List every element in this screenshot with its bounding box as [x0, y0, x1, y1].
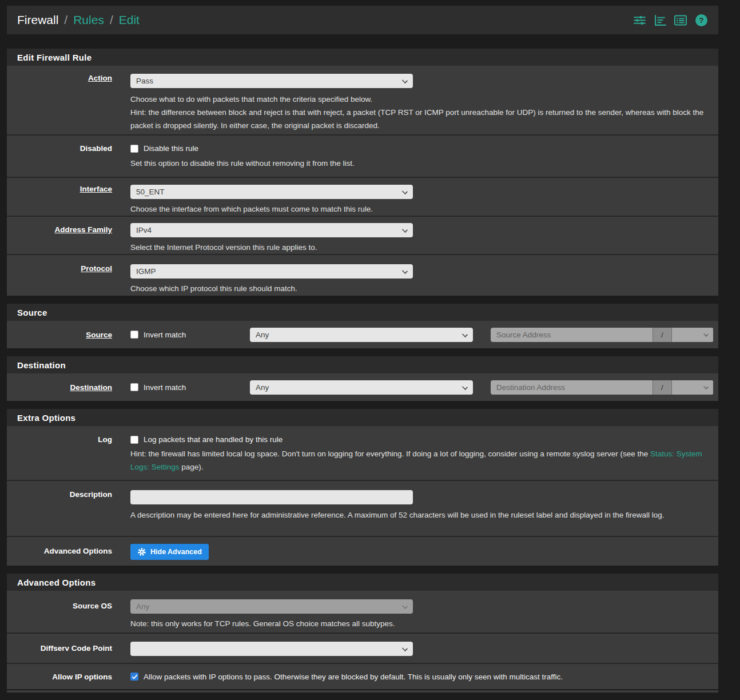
breadcrumb: Firewall / Rules / Edit: [17, 13, 140, 27]
disabled-row: Disabled Disable this rule Set this opti…: [7, 134, 718, 177]
breadcrumb-separator: /: [64, 13, 67, 27]
destination-row: Destination Invert match Any /: [7, 373, 718, 401]
panel-source: Source Source Invert match Any /: [7, 304, 718, 348]
panel-edit-firewall-rule: Edit Firewall Rule Action Pass Choose wh…: [7, 49, 718, 296]
chevron-down-icon: [402, 189, 408, 194]
panel-extra-options: Extra Options Log Log packets that are h…: [7, 409, 718, 566]
protocol-label: Protocol: [81, 264, 112, 273]
interface-help: Choose the interface from which packets …: [130, 202, 709, 216]
source-label: Source: [86, 331, 112, 339]
advanced-options-row: Advanced Options Hide Advanced: [7, 536, 718, 566]
sliders-icon[interactable]: [632, 13, 646, 27]
panel-title: Advanced Options: [7, 574, 718, 591]
chevron-down-icon: [402, 78, 408, 83]
source-row: Source Invert match Any /: [7, 321, 718, 348]
address-family-select[interactable]: IPv4: [130, 223, 413, 237]
interface-row: Interface 50_ENT Choose the interface fr…: [7, 177, 718, 216]
log-packets-checkbox[interactable]: [130, 436, 138, 444]
chevron-down-icon: [402, 603, 408, 609]
protocol-row: Protocol IGMP Choose which IP protocol t…: [7, 254, 718, 296]
description-input[interactable]: [130, 490, 413, 504]
protocol-help: Choose which IP protocol this rule shoul…: [130, 282, 709, 295]
diffserv-label: Diffserv Code Point: [41, 644, 112, 653]
header-icon-group: ?: [632, 13, 708, 27]
panel-destination: Destination Destination Invert match Any…: [7, 356, 718, 401]
next-row-partial: [7, 690, 718, 693]
hide-advanced-button[interactable]: Hide Advanced: [130, 544, 209, 560]
log-hint: Hint: the firewall has limited local log…: [130, 450, 650, 458]
disable-rule-checkbox-label: Disable this rule: [144, 144, 198, 153]
mask-separator: /: [653, 380, 672, 395]
address-family-label: Address Family: [54, 225, 112, 234]
panel-title: Extra Options: [7, 409, 718, 426]
panel-title: Edit Firewall Rule: [7, 49, 718, 66]
interface-select[interactable]: 50_ENT: [130, 185, 413, 199]
address-family-help: Select the Internet Protocol version thi…: [130, 241, 709, 254]
source-invert-checkbox[interactable]: [130, 331, 138, 339]
destination-address-input[interactable]: [491, 380, 653, 395]
disable-rule-checkbox[interactable]: [130, 145, 138, 153]
source-type-select[interactable]: Any: [250, 328, 473, 342]
destination-invert-label: Invert match: [144, 383, 186, 392]
gear-icon: [137, 547, 146, 556]
disabled-help: Set this option to disable this rule wit…: [130, 157, 709, 170]
chevron-down-icon: [402, 268, 408, 274]
action-hint: Hint: the difference between block and r…: [130, 106, 709, 132]
chevron-down-icon: [402, 646, 408, 651]
protocol-select[interactable]: IGMP: [130, 264, 413, 279]
allow-ip-options-checkbox[interactable]: [130, 673, 138, 681]
destination-type-select[interactable]: Any: [250, 380, 473, 395]
svg-text:?: ?: [699, 16, 703, 25]
action-select[interactable]: Pass: [130, 74, 413, 88]
log-icon[interactable]: [653, 13, 667, 27]
breadcrumb-separator: /: [110, 13, 113, 27]
source-os-help: Note: this only works for TCP rules. Gen…: [130, 617, 709, 630]
destination-mask-select[interactable]: [672, 380, 713, 395]
action-help: Choose what to do with packets that matc…: [130, 93, 709, 106]
source-os-row: Source OS Any Note: this only works for …: [7, 591, 718, 633]
diffserv-select[interactable]: [130, 642, 413, 656]
description-row: Description A description may be entered…: [7, 480, 718, 536]
disabled-label: Disabled: [80, 144, 112, 153]
action-row: Action Pass Choose what to do with packe…: [7, 66, 718, 134]
chevron-down-icon: [462, 384, 468, 389]
breadcrumb-firewall: Firewall: [17, 13, 58, 27]
allow-ip-options-checkbox-label: Allow packets with IP options to pass. O…: [144, 673, 563, 681]
description-label: Description: [70, 490, 112, 499]
allow-ip-options-row: Allow IP options Allow packets with IP o…: [7, 663, 718, 689]
check-icon: [132, 674, 138, 680]
breadcrumb-edit-link[interactable]: Edit: [119, 13, 140, 27]
list-icon[interactable]: [674, 13, 687, 27]
destination-label: Destination: [70, 383, 112, 392]
source-os-label: Source OS: [73, 602, 112, 610]
address-family-row: Address Family IPv4 Select the Internet …: [7, 216, 718, 254]
chevron-down-icon: [703, 332, 709, 337]
source-address-input[interactable]: [491, 328, 653, 342]
panel-advanced-options: Advanced Options Source OS Any Note: thi…: [7, 574, 718, 689]
breadcrumb-rules-link[interactable]: Rules: [73, 13, 104, 27]
help-icon[interactable]: ?: [694, 13, 708, 27]
panel-title: Source: [7, 304, 718, 321]
interface-label: Interface: [80, 185, 112, 193]
source-invert-label: Invert match: [144, 331, 186, 339]
mask-separator: /: [653, 328, 672, 342]
diffserv-row: Diffserv Code Point: [7, 633, 718, 663]
log-hint-end: page).: [180, 463, 204, 471]
log-packets-checkbox-label: Log packets that are handled by this rul…: [144, 435, 283, 444]
chevron-down-icon: [402, 227, 408, 233]
breadcrumb-bar: Firewall / Rules / Edit: [7, 6, 718, 34]
log-row: Log Log packets that are handled by this…: [7, 426, 718, 480]
source-os-select: Any: [130, 599, 413, 614]
advanced-options-label: Advanced Options: [44, 547, 112, 555]
panel-title: Destination: [7, 356, 718, 373]
log-label: Log: [98, 435, 112, 444]
chevron-down-icon: [703, 384, 709, 389]
description-help: A description may be entered here for ad…: [130, 508, 709, 522]
action-label: Action: [88, 74, 112, 82]
allow-ip-options-label: Allow IP options: [52, 673, 112, 681]
chevron-down-icon: [462, 331, 468, 337]
destination-invert-checkbox[interactable]: [130, 383, 138, 391]
source-mask-select[interactable]: [672, 328, 713, 342]
